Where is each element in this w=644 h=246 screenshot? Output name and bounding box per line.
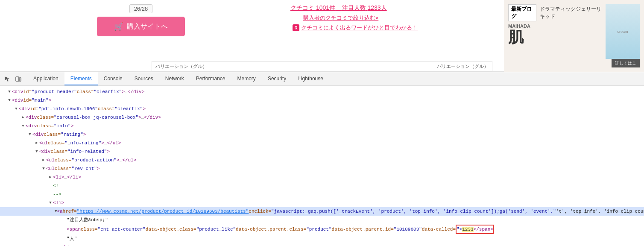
triangle-toggle[interactable] [7, 89, 12, 94]
triangle-toggle[interactable] [34, 141, 39, 146]
webpage-middle-section: クチコミ 1001件 注目人数 1233人 購入者のクチコミで絞り込む» R ク… [282, 0, 504, 36]
attention-label: 注目人数 [342, 4, 366, 11]
dom-line: <div id="main"> [0, 96, 644, 105]
cart-icon: 🛒 [114, 22, 123, 31]
purchase-label: 購入サイトへ [127, 22, 168, 31]
dom-line: <div id="pdt-info-newdb-1606" class="cle… [0, 105, 644, 113]
triangle-toggle[interactable] [20, 123, 26, 129]
review-count-label: クチコミ [290, 4, 314, 11]
blog-product-name: ドラマティックジェリーリキッド [540, 6, 606, 20]
devtools-toolbar: Application Elements Console Sources Net… [0, 72, 644, 86]
review-count-link[interactable]: クチコミ 1001件 注目人数 1233人 [290, 4, 495, 12]
tab-lighthouse[interactable]: Lighthouse [292, 72, 329, 85]
tab-console[interactable]: Console [98, 72, 129, 85]
dom-line-selected[interactable]: <a href="https://www.cosme.net/product/p… [0, 207, 644, 216]
elements-panel[interactable]: <div id="product-header" class="clearfix… [0, 86, 644, 246]
highlighted-span: ">1233</span> [456, 225, 494, 234]
tab-security[interactable]: Security [262, 72, 292, 85]
dom-line: <ul class="product-action">…</ul> [0, 156, 644, 164]
dom-line: <div class="info-related"> [0, 147, 644, 156]
tab-application[interactable]: Application [27, 72, 64, 85]
blog-label: 最新ブログ [508, 4, 536, 21]
triangle-toggle[interactable] [7, 98, 12, 103]
attention-count: 1233人 [368, 4, 387, 11]
triangle-toggle[interactable] [34, 149, 39, 154]
tab-elements[interactable]: Elements [64, 72, 98, 85]
devtools-icon-group [3, 75, 22, 83]
detail-link[interactable]: 詳しくはこ [612, 59, 640, 67]
overlay-bar: バリエーション（グル） バリエーション（グル） [152, 61, 492, 71]
triangle-toggle[interactable] [41, 158, 46, 163]
devtools-panel: Application Elements Console Sources Net… [0, 72, 644, 246]
dom-line: <li> [0, 199, 644, 207]
dom-line: "注目人数&nbsp;" [0, 216, 644, 224]
href-link[interactable]: "https://www.cosme.net/product/product_i… [77, 209, 249, 214]
tab-sources[interactable]: Sources [129, 72, 159, 85]
dom-line: <div class="rating"> [0, 130, 644, 139]
kanji-label: 肌 [508, 29, 606, 45]
svg-rect-1 [19, 78, 21, 81]
page-counter: 26/28 [129, 4, 153, 13]
triangle-toggle[interactable] [41, 166, 46, 171]
dom-line: --> [0, 190, 644, 199]
tab-performance[interactable]: Performance [190, 72, 231, 85]
svg-rect-0 [16, 77, 19, 81]
tab-memory[interactable]: Memory [231, 72, 262, 85]
triangle-toggle[interactable] [48, 200, 53, 205]
dom-line: <div class="info"> [0, 122, 644, 130]
overlay-right-text: バリエーション（グル） [437, 63, 489, 70]
r-icon: R [293, 24, 299, 31]
dom-line: <div id="product-header" class="clearfix… [0, 88, 644, 96]
overlay-left-text: バリエーション（グル） [155, 63, 207, 70]
dom-line: <!-- [0, 182, 644, 190]
word-link[interactable]: クチコミによく出るワードがひと目でわかる！ [301, 24, 418, 32]
dom-line: <div class="carousel-box jq-carousel-box… [0, 113, 644, 122]
triangle-toggle[interactable] [27, 132, 32, 137]
triangle-toggle[interactable] [14, 106, 19, 111]
webpage-right-section: 最新ブログ ドラマティックジェリーリキッド MAIHADA 肌 cream 詳し… [504, 0, 644, 72]
dom-line: <ul class="info-rating">…</ul> [0, 139, 644, 147]
tab-network[interactable]: Network [159, 72, 190, 85]
webpage-preview: 26/28 🛒 購入サイトへ クチコミ 1001件 注目人数 1233人 購入者… [0, 0, 644, 72]
inspect-icon[interactable] [3, 75, 11, 83]
ad-image: cream [606, 4, 640, 59]
dom-line: "人" [0, 234, 644, 243]
dom-line: <li>…</li> [0, 173, 644, 182]
device-toolbar-icon[interactable] [15, 75, 22, 83]
webpage-left-section: 26/28 🛒 購入サイトへ [0, 0, 282, 41]
word-link-row: R クチコミによく出るワードがひと目でわかる！ [293, 24, 495, 32]
dom-line: </a> [0, 243, 644, 246]
blog-section: 最新ブログ ドラマティックジェリーリキッド MAIHADA 肌 [508, 4, 606, 45]
dom-line: <ul class="rev-cnt"> [0, 164, 644, 173]
purchase-button[interactable]: 🛒 購入サイトへ [97, 17, 185, 36]
blog-title-row: 最新ブログ ドラマティックジェリーリキッド [508, 4, 606, 21]
triangle-toggle[interactable] [48, 175, 53, 180]
filter-link[interactable]: 購入者のクチコミで絞り込む» [303, 14, 495, 22]
review-count: 1001件 [316, 4, 335, 11]
dom-line-highlighted: <span class="cnt act-counter" data-objec… [0, 224, 644, 234]
devtools-tabs: Application Elements Console Sources Net… [27, 72, 329, 85]
triangle-toggle[interactable] [20, 115, 26, 120]
